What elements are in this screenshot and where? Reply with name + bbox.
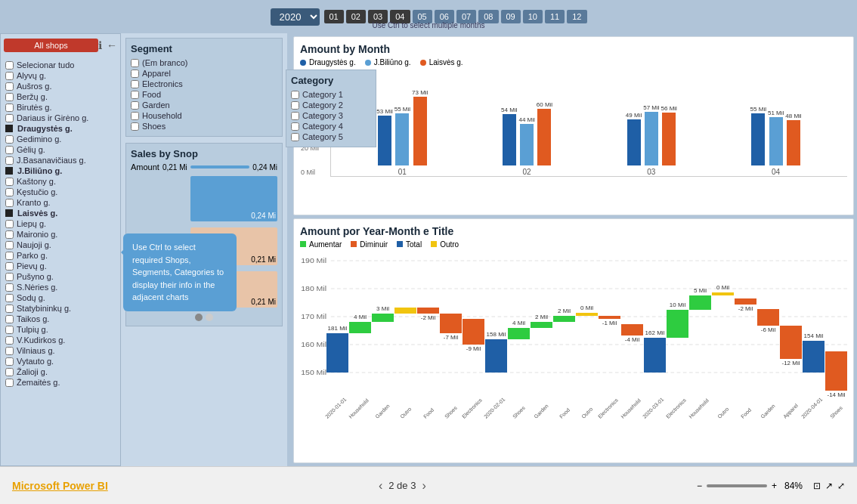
share-icon[interactable]: ↗: [825, 481, 833, 491]
waterfall-bar: -7 MilShoes: [440, 253, 462, 397]
month-btn-09[interactable]: 09: [501, 10, 521, 23]
segment-item[interactable]: (Em branco): [131, 57, 277, 68]
bar-group: 55 Mil51 Mil48 Mil04: [719, 82, 832, 176]
waterfall-bar-rect: [417, 308, 439, 314]
segment-item[interactable]: Apparel: [131, 68, 277, 79]
month-btn-12[interactable]: 12: [567, 10, 586, 23]
bar-rect: [378, 116, 391, 165]
shop-item[interactable]: Žalioji g.: [4, 366, 117, 377]
category-item[interactable]: Category 1: [291, 89, 371, 100]
waterfall-chart: Amount por Year-Month e Title Aumentar D…: [293, 218, 854, 463]
segment-item[interactable]: Electronics: [131, 79, 277, 89]
legend-dot-diminuir: [351, 241, 357, 247]
shop-item[interactable]: Vilniaus g.: [4, 345, 117, 356]
zoom-slider[interactable]: [707, 484, 767, 487]
y-label-4: 0 Mil: [301, 169, 319, 176]
shop-item[interactable]: V.Kudirkos g.: [4, 335, 117, 345]
powerbi-logo[interactable]: Microsoft Power BI: [12, 480, 108, 492]
shop-item[interactable]: J.Biliūno g.: [4, 165, 117, 176]
shop-item[interactable]: Parko g.: [4, 250, 117, 261]
waterfall-bar-rect: [531, 322, 552, 328]
back-icon[interactable]: ←: [107, 39, 117, 51]
legend-label-diminuir: Diminuir: [360, 240, 388, 249]
segment-item[interactable]: Food: [131, 89, 277, 100]
shop-item[interactable]: Draugystės g.: [4, 123, 117, 134]
waterfall-bar-rect: [349, 322, 371, 333]
shop-item[interactable]: Statybininkų g.: [4, 303, 117, 314]
bar-rect: [627, 119, 641, 165]
waterfall-bar: 5 MilHousehold: [689, 253, 711, 397]
page-indicator: 2 de 3: [388, 480, 416, 491]
shop-item[interactable]: Liepų g.: [4, 218, 117, 229]
segment-item[interactable]: Household: [131, 110, 277, 121]
category-item[interactable]: Category 5: [291, 131, 371, 142]
bar: 51 Mil: [768, 110, 784, 165]
shop-item[interactable]: Laisvės g.: [4, 208, 117, 218]
shop-item[interactable]: Gėlių g.: [4, 144, 117, 155]
year-dropdown[interactable]: 2020: [271, 8, 320, 26]
waterfall-bar-rect: [644, 338, 666, 373]
zoom-plus[interactable]: +: [772, 481, 777, 491]
shop-item[interactable]: Beržų g.: [4, 91, 117, 102]
zoom-minus[interactable]: −: [697, 481, 702, 491]
shop-item[interactable]: Alyvų g.: [4, 70, 117, 81]
category-item[interactable]: Category 4: [291, 121, 371, 131]
month-btn-10[interactable]: 10: [523, 10, 543, 23]
segment-item[interactable]: Garden: [131, 100, 277, 110]
fullscreen-icon[interactable]: ⤢: [837, 481, 845, 491]
shop-item[interactable]: Pušyno g.: [4, 271, 117, 282]
bar: 73 Mil: [412, 89, 428, 165]
amount-by-month-legend: Draugystės g. J.Biliūno g. Laisvės g.: [300, 58, 847, 66]
shop-item[interactable]: J.Basanavičiaus g.: [4, 155, 117, 165]
shop-item[interactable]: Naujoji g.: [4, 240, 117, 250]
month-btn-01[interactable]: 01: [324, 10, 344, 23]
shop-item[interactable]: Maironio g.: [4, 229, 117, 240]
info-icon[interactable]: ℹ: [98, 39, 102, 51]
waterfall-bar: 2 MilFood: [553, 253, 575, 397]
shop-item[interactable]: Selecionar tudo: [4, 60, 117, 70]
waterfall-bar-rect: [803, 341, 825, 373]
legend-outro: Outro: [431, 240, 459, 249]
fit-icon[interactable]: ⊡: [813, 481, 821, 491]
shop-item[interactable]: Taikos g.: [4, 314, 117, 324]
waterfall-bar: -2 MilFood: [735, 253, 756, 397]
shop-item[interactable]: Tulpių g.: [4, 324, 117, 335]
legend-label-aumentar: Aumentar: [309, 240, 342, 249]
scroll-dot-1[interactable]: [195, 314, 203, 321]
amount-max: 0,24 Mi: [252, 163, 277, 172]
all-shops-button[interactable]: All shops: [4, 39, 98, 52]
month-btn-11[interactable]: 11: [545, 10, 565, 23]
waterfall-bar: 2 MilGarden: [531, 253, 552, 397]
shop-item[interactable]: Vytauto g.: [4, 356, 117, 366]
bar-rect: [751, 113, 765, 165]
shop-item[interactable]: Gedimino g.: [4, 134, 117, 144]
scroll-dot-2[interactable]: [206, 314, 213, 321]
shop-item[interactable]: Dariaus ir Girėno g.: [4, 113, 117, 123]
shop-item[interactable]: Aušros g.: [4, 81, 117, 91]
waterfall-bar: -6 MilGarden: [757, 253, 779, 397]
bar-value-2: 0,21 Mi: [251, 298, 276, 306]
amount-by-month-chart: Amount by Month Draugystės g. J.Biliūno …: [293, 36, 854, 215]
waterfall-bar: -12 MilApparel: [780, 253, 802, 397]
next-page-button[interactable]: ›: [422, 479, 425, 493]
shop-item[interactable]: S.Nėries g.: [4, 282, 117, 292]
shop-item[interactable]: Žemaitės g.: [4, 377, 117, 388]
month-btn-02[interactable]: 02: [346, 10, 366, 23]
shop-item[interactable]: Sodų g.: [4, 292, 117, 303]
shop-item[interactable]: Birutės g.: [4, 102, 117, 113]
bar-rect: [769, 117, 783, 165]
amount-min: 0,21 Mi: [162, 163, 187, 172]
shop-item[interactable]: Pievų g.: [4, 261, 117, 271]
shop-item[interactable]: Kaštony g.: [4, 176, 117, 187]
segment-item[interactable]: Shoes: [131, 121, 277, 131]
amount-range-slider[interactable]: [190, 165, 249, 169]
bar-x-label: 04: [772, 168, 780, 176]
category-item[interactable]: Category 3: [291, 110, 371, 121]
category-item[interactable]: Category 2: [291, 100, 371, 110]
shop-item[interactable]: Kranto g.: [4, 197, 117, 208]
svg-text:160 Mil: 160 Mil: [301, 340, 326, 348]
prev-page-button[interactable]: ‹: [379, 479, 382, 493]
shop-item[interactable]: Kęstučio g.: [4, 187, 117, 197]
legend-label-total: Total: [406, 240, 422, 249]
bar-group: 49 Mil57 Mil56 Mil03: [596, 82, 708, 176]
